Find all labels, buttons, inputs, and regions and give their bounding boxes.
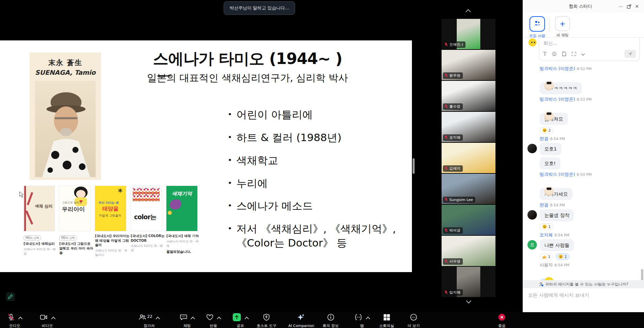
share-screen-icon <box>232 313 241 323</box>
privacy-notice-text: 귀하의 메시지를 볼 수 있는 사람은 누구입니까? <box>545 282 629 287</box>
book-status: 품절되었습니다. <box>166 250 201 254</box>
message-bubble: 오호! <box>540 157 560 169</box>
participant-video[interactable]: 김예지 <box>442 143 495 173</box>
tab-everyone[interactable]: 모든 사람 <box>527 16 547 37</box>
toolbar-item-apps[interactable]: 앱 <box>354 314 369 328</box>
participant-video[interactable]: 박어경 <box>442 205 495 235</box>
portrait-name-latin: SUENAGA, Tamio <box>30 69 101 76</box>
reaction-chip[interactable]: 1 <box>540 223 553 230</box>
participant-video[interactable]: 서우영 <box>442 236 495 266</box>
toolbar-item-chat[interactable]: 채팅 <box>180 314 194 328</box>
privacy-notice[interactable]: 귀하의 메시지를 볼 수 있는 사람은 누구입니까? <box>523 280 644 288</box>
chevron-up-icon[interactable] <box>366 317 370 321</box>
chat-message: 한결8:54 PM눈물샘 장착1 <box>523 202 644 230</box>
book-cover: ♥그림으로 말해요우리아이 <box>59 186 90 231</box>
toolbar-item-video[interactable]: 비디오 <box>40 314 55 328</box>
reaction-chip[interactable]: 1 <box>540 253 553 260</box>
speaking-notification: 박선주님이 말하고 있습니다... <box>224 1 295 15</box>
message-sender: 사용자 <box>540 262 553 267</box>
chevron-up-icon[interactable] <box>156 317 160 321</box>
mic-muted-icon <box>444 197 449 202</box>
chat-header: 협회 스터디 ⋯ ✕ <box>523 0 644 13</box>
toolbar-item-share[interactable]: 공유 <box>232 314 248 328</box>
participant-video[interactable]: 표지혜 <box>442 112 495 142</box>
attach-file-icon[interactable] <box>562 52 566 56</box>
chevron-up-icon[interactable] <box>217 317 221 321</box>
slide-bullet: •누리에 <box>228 176 403 191</box>
close-icon[interactable]: ✕ <box>633 2 641 10</box>
participant-video[interactable]: 임지혜 <box>442 267 495 297</box>
chevron-up-icon[interactable] <box>18 317 23 321</box>
chevron-up-icon[interactable] <box>245 317 249 321</box>
heart-icon <box>206 314 214 322</box>
toolbar-label: 공유 <box>232 324 248 328</box>
message-bubble: 오호1 <box>540 143 561 155</box>
chat-scrollbar[interactable] <box>641 269 643 281</box>
tab-new-chat[interactable]: + 새 채팅 <box>553 16 572 37</box>
chat-message: 사용자8:54 PM넵 <box>523 262 644 280</box>
participant-video[interactable]: 윤주현 <box>442 50 495 80</box>
participant-name-chip: 표지혜 <box>443 134 463 141</box>
message-sender: 한결 <box>540 136 548 141</box>
slide-bullet: •하트 & 컬러 (1988년) <box>228 131 403 145</box>
toolbar-item-audio[interactable]: 오디오 <box>7 314 22 328</box>
book-title: [국내도서] 색채심리 <box>24 241 59 246</box>
chevron-up-icon[interactable] <box>51 317 56 321</box>
chat-message-list[interactable]: 회신... T ☺ 띵크박스 (이명준)8:52 PMㅋㅋㅋㅋㅋㅋㅋ띵크박스 (… <box>523 38 644 280</box>
mic-muted-icon <box>444 290 449 295</box>
toolbar-item-ai-companion[interactable]: AI Companion <box>288 314 314 328</box>
reply-send-icon[interactable] <box>624 50 636 58</box>
slide-bullet-list: •어린이 아틀리에•하트 & 컬러 (1988년)•색채학교•누리에•스에나가 … <box>228 108 403 259</box>
reaction-chip[interactable]: 1 <box>556 253 570 260</box>
toolbar-item-meeting-info[interactable]: 회의 정보 <box>323 314 339 328</box>
toolbar-item-host-tools[interactable]: 호스트 도구 <box>257 314 277 328</box>
participant-video[interactable]: 오예진:) <box>442 19 495 49</box>
participant-video[interactable]: Sungsim Lee <box>442 174 495 204</box>
chevron-down-icon[interactable] <box>582 53 584 55</box>
toolbar-item-participants[interactable]: 22참가자 <box>139 314 159 328</box>
meeting-toolbar: 오디오비디오22참가자채팅반응공유호스트 도구AI Companion회의 정보… <box>0 312 644 328</box>
book-title: [국내도서] COLOR는DOCTOR <box>131 234 166 243</box>
participant-name-chip: 임지혜 <box>443 289 463 296</box>
chevron-up-icon[interactable] <box>191 317 195 321</box>
annotate-pencil-icon[interactable] <box>6 292 15 301</box>
message-time: 8:54 PM <box>554 233 569 237</box>
emoji-icon[interactable]: ☺ <box>552 51 557 57</box>
participant-name-chip: 김예지 <box>443 165 463 172</box>
reply-input[interactable]: 회신... <box>543 40 636 46</box>
participant-name-chip: 윤주현 <box>443 72 463 79</box>
book-cover: color는 <box>131 186 162 231</box>
toolbar-label: 오디오 <box>7 324 22 328</box>
format-text-icon[interactable]: T <box>543 51 546 57</box>
more-menu-icon[interactable]: ⋯ <box>617 2 625 10</box>
toolbar-item-more[interactable]: 더 보기 <box>408 314 420 328</box>
md-pick-badge: MD의 선택 <box>24 235 41 240</box>
message-sender: 띵크박스 (이명준) <box>540 66 575 71</box>
message-sender: 띵크박스 (이명준) <box>540 172 575 177</box>
mic-muted-icon <box>444 104 449 109</box>
laugh-emoji <box>558 254 563 259</box>
toolbar-label: 참가자 <box>139 324 159 328</box>
toolbar-item-breakout[interactable]: 소회의실 <box>379 314 394 328</box>
reaction-chip[interactable]: 2 <box>540 127 553 134</box>
book-item: color는[국내도서] COLOR는DOCTOR스에나가 타미오 외 · 예경 <box>131 186 166 257</box>
book-cover-title: 색채기억 <box>172 191 192 197</box>
book-cover-title: color는 <box>134 213 156 222</box>
laugh-emoji <box>542 224 547 229</box>
reply-compose-box[interactable]: 회신... T ☺ <box>539 38 640 61</box>
slide-scrollbar[interactable] <box>413 158 415 174</box>
avatar <box>544 187 554 196</box>
filmstrip-scroll-down[interactable] <box>463 298 474 304</box>
pop-out-icon[interactable] <box>625 2 633 10</box>
filmstrip-scroll-up[interactable] <box>463 8 474 14</box>
mouse-cursor <box>19 191 24 199</box>
toolbar-item-reactions[interactable]: 반응 <box>206 314 221 328</box>
participant-video[interactable]: 홍수정 <box>442 81 495 111</box>
toolbar-item-end[interactable]: 종료 <box>498 314 506 328</box>
sparkle-icon <box>297 313 305 323</box>
screenshot-icon[interactable] <box>572 52 576 56</box>
book-author: 스에나가 타미오 외 · 예경 <box>24 247 59 256</box>
message-time: 8:54 PM <box>550 203 565 207</box>
mic-muted-icon <box>444 259 449 264</box>
thumbs-up-emoji <box>542 255 547 259</box>
